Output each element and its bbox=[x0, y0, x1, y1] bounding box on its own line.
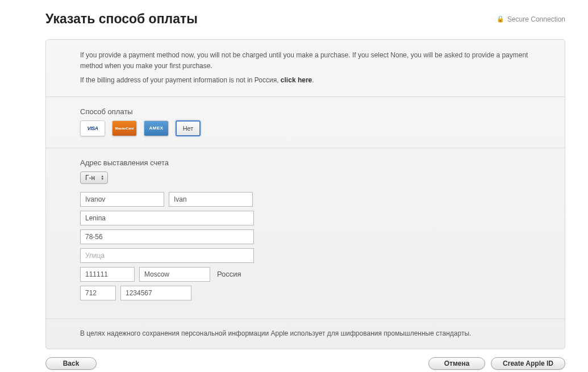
secure-connection-indicator: 🔒 Secure Connection bbox=[497, 15, 565, 23]
phone-field[interactable] bbox=[120, 286, 191, 300]
lock-icon: 🔒 bbox=[497, 15, 504, 23]
title-selected-value: Г-н bbox=[85, 174, 95, 182]
info-text-line1: If you provide a payment method now, you… bbox=[80, 50, 531, 72]
content-panel: If you provide a payment method now, you… bbox=[45, 39, 565, 349]
firstname-field[interactable] bbox=[169, 192, 253, 207]
street-field[interactable] bbox=[80, 211, 254, 225]
encryption-notice: В целях надежного сохранения персонально… bbox=[46, 319, 565, 349]
payment-method-label: Способ оплаты bbox=[80, 107, 531, 116]
secure-label: Secure Connection bbox=[507, 15, 565, 23]
header: Указать способ оплаты 🔒 Secure Connectio… bbox=[0, 0, 588, 34]
info-section: If you provide a payment method now, you… bbox=[46, 40, 565, 97]
payment-option-none[interactable]: Нет bbox=[176, 120, 201, 136]
click-here-link[interactable]: click here bbox=[281, 76, 312, 84]
payment-option-mastercard[interactable]: MasterCard bbox=[112, 120, 137, 136]
cancel-button[interactable]: Отмена bbox=[428, 357, 485, 370]
lastname-field[interactable] bbox=[80, 192, 164, 207]
payment-option-visa[interactable]: VISA bbox=[80, 120, 105, 136]
page-title: Указать способ оплаты bbox=[45, 11, 198, 27]
info-text-line2: If the billing address of your payment i… bbox=[80, 75, 531, 86]
apartment-field[interactable] bbox=[80, 229, 254, 244]
country-label: Россия bbox=[217, 270, 241, 278]
payment-method-section: Способ оплаты VISA MasterCard AMEX Нет bbox=[46, 97, 565, 148]
postal-code-field[interactable] bbox=[80, 267, 135, 282]
title-select[interactable]: Г-н ▲▼ bbox=[80, 172, 108, 184]
area-code-field[interactable] bbox=[80, 286, 116, 300]
button-bar: Back Отмена Create Apple ID bbox=[0, 349, 588, 370]
payment-option-amex[interactable]: AMEX bbox=[144, 120, 169, 136]
select-arrows-icon: ▲▼ bbox=[101, 175, 104, 181]
create-apple-id-button[interactable]: Create Apple ID bbox=[491, 357, 565, 370]
billing-address-section: Адрес выставления счета Г-н ▲▼ Россия bbox=[46, 148, 565, 319]
city-field[interactable] bbox=[139, 267, 210, 282]
street2-field[interactable] bbox=[80, 248, 254, 263]
back-button[interactable]: Back bbox=[45, 357, 97, 370]
billing-address-label: Адрес выставления счета bbox=[80, 158, 531, 167]
payment-options: VISA MasterCard AMEX Нет bbox=[80, 120, 531, 136]
